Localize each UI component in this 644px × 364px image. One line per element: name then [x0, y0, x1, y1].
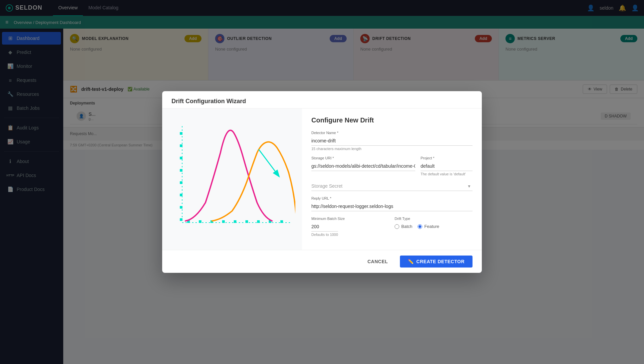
cancel-button[interactable]: CANCEL — [360, 256, 396, 268]
modal-footer: CANCEL ✏️ CREATE DETECTOR — [162, 250, 482, 273]
svg-line-21 — [259, 149, 279, 176]
storage-secret-wrapper: Storage Secret ▼ — [311, 181, 473, 191]
drift-type-radio-group: Batch Feature — [395, 224, 473, 229]
drift-type-batch-option[interactable]: Batch — [395, 224, 412, 229]
svg-rect-8 — [180, 181, 182, 184]
svg-rect-13 — [199, 220, 201, 223]
storage-project-row: Storage URI * Project * The default valu… — [311, 156, 473, 176]
svg-rect-9 — [180, 194, 182, 196]
min-batch-label: Minimum Batch Size — [311, 217, 389, 221]
drift-type-feature-option[interactable]: Feature — [418, 224, 439, 229]
form-title: Configure New Drift — [311, 116, 473, 124]
svg-rect-7 — [180, 169, 182, 172]
modal-overlay[interactable]: Drift Configuration Wizard — [0, 0, 644, 364]
svg-rect-20 — [280, 220, 283, 223]
drift-type-label: Drift Type — [395, 217, 473, 221]
modal-body: Configure New Drift Detector Name * 15 c… — [162, 108, 482, 250]
reply-url-group: Reply URL * — [311, 196, 473, 211]
storage-uri-group: Storage URI * — [311, 156, 415, 176]
detector-name-label: Detector Name * — [311, 131, 473, 135]
storage-uri-input[interactable] — [311, 161, 415, 171]
svg-rect-15 — [222, 220, 225, 223]
modal-title: Drift Configuration Wizard — [171, 98, 246, 104]
drift-type-batch-radio[interactable] — [395, 224, 399, 229]
min-batch-input[interactable] — [311, 222, 338, 232]
modal-chart-area — [162, 108, 302, 250]
project-hint: The default value is 'default' — [421, 172, 473, 176]
svg-rect-4 — [180, 132, 182, 135]
create-detector-button[interactable]: ✏️ CREATE DETECTOR — [400, 256, 473, 268]
drift-type-group: Drift Type Batch Feature — [395, 217, 473, 237]
reply-url-input[interactable] — [311, 202, 473, 211]
detector-name-input[interactable] — [311, 136, 473, 146]
svg-rect-6 — [180, 157, 182, 159]
drift-type-batch-label: Batch — [401, 224, 412, 229]
reply-url-label: Reply URL * — [311, 196, 473, 200]
svg-rect-11 — [180, 218, 182, 221]
create-detector-label: CREATE DETECTOR — [416, 259, 465, 264]
svg-rect-17 — [245, 220, 248, 223]
detector-name-group: Detector Name * 15 characters maximum le… — [311, 131, 473, 151]
project-label: Project * — [421, 156, 473, 160]
project-input[interactable] — [421, 161, 473, 171]
storage-secret-group: Storage Secret ▼ — [311, 181, 473, 191]
min-batch-hint: Defaults to 1000 — [311, 233, 389, 237]
drift-type-feature-radio[interactable] — [418, 224, 422, 229]
svg-rect-5 — [180, 144, 182, 147]
svg-rect-10 — [180, 206, 182, 209]
drift-chart — [169, 119, 295, 239]
modal-header: Drift Configuration Wizard — [162, 91, 482, 108]
storage-uri-label: Storage URI * — [311, 156, 415, 160]
storage-secret-select[interactable]: Storage Secret — [311, 181, 473, 191]
detector-name-hint: 15 characters maximum length — [311, 147, 473, 151]
svg-rect-18 — [257, 220, 260, 223]
drift-config-modal: Drift Configuration Wizard — [162, 91, 482, 273]
drift-type-feature-label: Feature — [424, 224, 439, 229]
svg-rect-16 — [234, 220, 236, 223]
modal-form: Configure New Drift Detector Name * 15 c… — [302, 108, 482, 250]
batch-drift-row: Minimum Batch Size Defaults to 1000 Drif… — [311, 217, 473, 237]
pencil-icon: ✏️ — [408, 259, 414, 264]
min-batch-group: Minimum Batch Size Defaults to 1000 — [311, 217, 389, 237]
project-group: Project * The default value is 'default' — [421, 156, 473, 176]
